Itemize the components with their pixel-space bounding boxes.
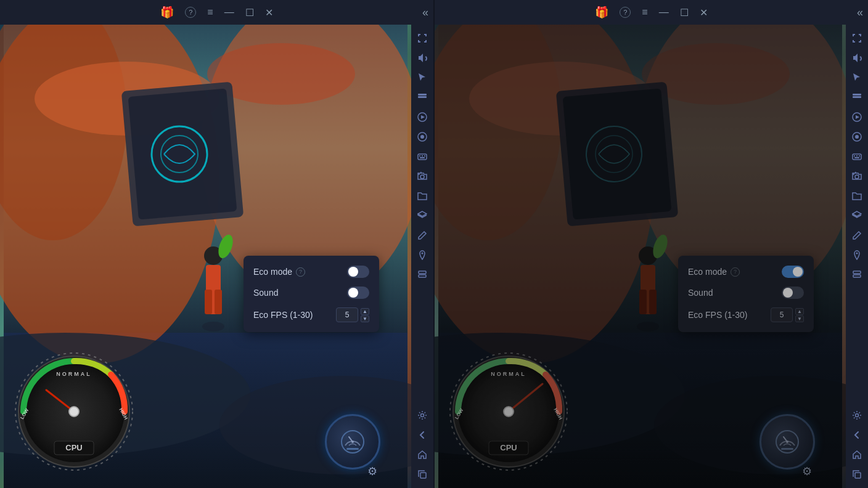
menu-icon-2[interactable]: ≡: [642, 7, 647, 18]
eco-help-icon-right[interactable]: ?: [731, 267, 740, 277]
eco-mode-toggle-right[interactable]: [782, 266, 804, 278]
gift-icon-1[interactable]: 🎁: [160, 6, 174, 19]
gauge-wrapper-left: NORMAL LOW HIGH CPU: [12, 350, 136, 476]
fps-arrows-right: ▲ ▼: [795, 308, 804, 322]
svg-rect-83: [853, 94, 861, 96]
sidebar-keyboard-right[interactable]: [848, 148, 866, 165]
eco-popup-left: Eco mode ? Sound: [244, 256, 379, 332]
svg-rect-58: [563, 88, 672, 219]
sound-row-right: Sound: [688, 287, 804, 299]
svg-point-94: [855, 175, 859, 179]
sidebar-volume-left[interactable]: [414, 49, 431, 67]
title-bar-panel2: 🎁 ? ≡ — ☐ ✕ «: [435, 0, 868, 25]
maximize-icon-2[interactable]: ☐: [680, 7, 689, 18]
sidebar-cursor-right[interactable]: [848, 69, 866, 86]
svg-rect-33: [418, 94, 427, 96]
sidebar-location-left[interactable]: [414, 246, 431, 264]
fps-input-left[interactable]: [336, 307, 358, 322]
fps-down-right[interactable]: ▼: [795, 315, 804, 322]
svg-rect-49: [420, 473, 426, 478]
sidebar-layers-right[interactable]: [848, 207, 866, 224]
sidebar-folder-right[interactable]: [848, 187, 866, 205]
svg-rect-32: [346, 448, 359, 450]
sidebar-edit-right[interactable]: [848, 227, 866, 244]
sidebar-stack-right[interactable]: [848, 266, 866, 283]
sidebar-gear-right[interactable]: [848, 407, 866, 424]
sidebar-home-right[interactable]: [848, 446, 866, 463]
sidebar-copy-left[interactable]: [414, 466, 431, 483]
sidebar-stack-left[interactable]: [414, 266, 431, 283]
sidebar-toolbar-right[interactable]: [848, 89, 866, 106]
eco-mode-toggle-left[interactable]: [347, 266, 369, 278]
sidebar-screenshot-right[interactable]: [848, 168, 866, 185]
svg-rect-14: [205, 290, 212, 314]
svg-point-31: [351, 441, 354, 443]
sidebar-keyboard-left[interactable]: [414, 148, 431, 165]
sidebar-folder-left[interactable]: [414, 187, 431, 205]
panels-container: NORMAL LOW HIGH CPU: [0, 25, 868, 488]
gift-icon-2[interactable]: 🎁: [595, 6, 608, 19]
back-icon-1[interactable]: «: [422, 6, 428, 19]
sidebar-record-right[interactable]: [848, 128, 866, 145]
svg-point-61: [637, 322, 659, 331]
sidebar-play-right[interactable]: [848, 108, 866, 126]
sidebar-home-left[interactable]: [414, 446, 431, 463]
fps-up-right[interactable]: ▲: [795, 308, 804, 315]
fps-input-right[interactable]: [771, 307, 793, 322]
sidebar-copy-right[interactable]: [848, 466, 866, 483]
svg-rect-41: [422, 155, 423, 157]
fps-row-right: Eco FPS (1-30) ▲ ▼: [688, 307, 804, 322]
sidebar-cursor-left[interactable]: [414, 69, 431, 86]
eco-mode-label-left: Eco mode ?: [253, 267, 305, 277]
help-icon-1[interactable]: ?: [185, 7, 196, 18]
speed-gauge-btn-left[interactable]: [325, 414, 380, 470]
sidebar-fullscreen-left[interactable]: [414, 30, 431, 47]
eco-mode-text-right: Eco mode: [688, 267, 727, 277]
fps-label-left: Eco FPS (1-30): [253, 310, 313, 320]
sidebar-volume-right[interactable]: [848, 49, 866, 67]
sidebar-back-left[interactable]: [414, 426, 431, 444]
sound-label-left: Sound: [253, 288, 278, 298]
minimize-icon-1[interactable]: —: [224, 7, 234, 18]
svg-point-81: [786, 441, 788, 443]
sidebar-fullscreen-right[interactable]: [848, 30, 866, 47]
svg-point-44: [420, 175, 424, 179]
scene-right: NORMAL LOW HIGH CPU: [435, 25, 846, 488]
sidebar-toolbar-left[interactable]: [414, 89, 431, 106]
sound-toggle-left[interactable]: [347, 287, 369, 299]
svg-rect-89: [853, 154, 861, 160]
speed-gauge-btn-right[interactable]: [760, 414, 815, 470]
svg-rect-42: [424, 155, 425, 157]
minimize-icon-2[interactable]: —: [659, 7, 669, 18]
game-bg-right: NORMAL LOW HIGH CPU: [435, 25, 846, 488]
menu-icon-1[interactable]: ≡: [207, 7, 213, 18]
sidebar-screenshot-left[interactable]: [414, 168, 431, 185]
fps-control-left: ▲ ▼: [336, 307, 369, 322]
fps-up-left[interactable]: ▲: [361, 308, 369, 315]
sidebar-play-left[interactable]: [414, 108, 431, 126]
sound-toggle-right[interactable]: [782, 287, 804, 299]
sidebar-back-right[interactable]: [848, 426, 866, 444]
fps-down-left[interactable]: ▼: [361, 315, 369, 322]
sidebar-right: [846, 25, 868, 488]
eco-mode-text-left: Eco mode: [253, 267, 292, 277]
back-icon-2[interactable]: «: [857, 6, 863, 19]
sidebar-edit-left[interactable]: [414, 227, 431, 244]
sidebar-gear-left[interactable]: [414, 407, 431, 424]
sidebar-record-left[interactable]: [414, 128, 431, 145]
help-icon-2[interactable]: ?: [620, 7, 631, 18]
eco-help-icon-left[interactable]: ?: [296, 267, 305, 277]
settings-gear-left[interactable]: ⚙: [367, 465, 377, 478]
sidebar-layers-left[interactable]: [414, 207, 431, 224]
svg-marker-86: [856, 115, 859, 119]
close-icon-1[interactable]: ✕: [265, 7, 273, 18]
title-bar-panel1: 🎁 ? ≡ — ☐ ✕ «: [0, 0, 433, 25]
cpu-gauge-svg-left: NORMAL LOW HIGH CPU: [12, 350, 136, 473]
settings-gear-right[interactable]: ⚙: [802, 465, 812, 478]
sidebar-location-right[interactable]: [848, 246, 866, 264]
maximize-icon-1[interactable]: ☐: [245, 7, 254, 18]
svg-rect-99: [855, 473, 861, 478]
svg-rect-84: [853, 96, 861, 98]
close-icon-2[interactable]: ✕: [700, 7, 708, 18]
panel-left: NORMAL LOW HIGH CPU: [0, 25, 433, 488]
